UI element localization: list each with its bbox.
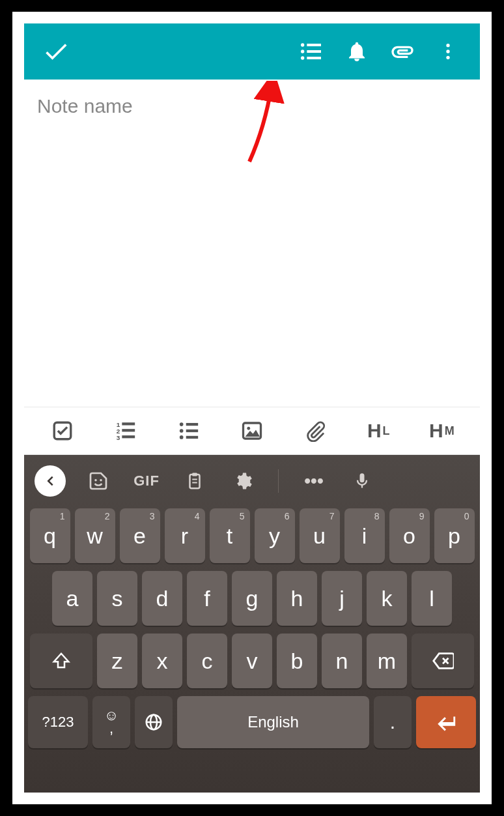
keyboard-more-button[interactable]: •••	[298, 465, 329, 497]
note-body-input[interactable]	[37, 146, 467, 394]
heading-large-h: H	[367, 420, 382, 442]
keyboard-row-4: ?123 ☺ , English .	[28, 696, 476, 748]
keyboard-top-row: GIF •••	[28, 460, 476, 502]
svg-point-24	[94, 479, 96, 481]
svg-rect-26	[190, 474, 200, 488]
key-f[interactable]: f	[187, 571, 227, 626]
key-g[interactable]: g	[232, 571, 272, 626]
key-h[interactable]: h	[277, 571, 317, 626]
attachment-icon	[389, 38, 415, 65]
svg-rect-3	[307, 50, 321, 53]
svg-rect-15	[122, 435, 135, 438]
heading-medium-button[interactable]: H M	[422, 411, 461, 450]
svg-point-2	[301, 50, 304, 53]
checkbox-button[interactable]	[43, 411, 82, 450]
attach-button[interactable]	[380, 29, 425, 74]
note-title-input[interactable]	[37, 95, 467, 117]
backspace-key[interactable]	[412, 634, 474, 688]
svg-point-0	[301, 43, 304, 46]
key-u[interactable]: u7	[300, 508, 340, 563]
key-l[interactable]: l	[412, 571, 452, 626]
key-s[interactable]: s	[97, 571, 137, 626]
svg-point-7	[446, 50, 449, 53]
image-icon	[240, 419, 264, 443]
clipboard-button[interactable]	[179, 465, 210, 497]
svg-rect-13	[122, 422, 135, 425]
clipboard-icon	[185, 471, 204, 491]
reminder-button[interactable]	[334, 29, 380, 74]
globe-icon	[144, 712, 163, 732]
language-key[interactable]	[135, 696, 173, 748]
svg-point-25	[100, 479, 102, 481]
heading-medium-h: H	[429, 420, 443, 442]
heading-medium-sub: M	[445, 424, 455, 438]
space-key[interactable]: English	[177, 696, 369, 748]
heading-large-sub: L	[383, 424, 390, 438]
key-v[interactable]: v	[232, 634, 272, 688]
key-p[interactable]: p0	[434, 508, 475, 563]
bell-icon	[345, 40, 369, 63]
svg-rect-14	[122, 429, 135, 431]
soft-keyboard: GIF ••• q1w2e3r4t5y6u7i8o9p0 asdfghjkl z…	[24, 455, 480, 793]
emoji-key[interactable]: ☺ ,	[92, 696, 130, 748]
key-z[interactable]: z	[97, 634, 137, 688]
key-n[interactable]: n	[322, 634, 362, 688]
voice-input-button[interactable]	[346, 465, 378, 497]
ordered-list-button[interactable]: 123	[106, 411, 145, 450]
svg-rect-21	[186, 436, 198, 439]
key-r[interactable]: r4	[165, 508, 205, 563]
comma-label: ,	[109, 721, 113, 736]
sticker-button[interactable]	[83, 465, 114, 497]
list-button[interactable]	[288, 29, 334, 74]
key-m[interactable]: m	[367, 634, 407, 688]
keyboard-row-3: zxcvbnm	[28, 634, 476, 688]
bullet-list-button[interactable]	[169, 411, 208, 450]
key-i[interactable]: i8	[344, 508, 385, 563]
key-x[interactable]: x	[142, 634, 182, 688]
svg-rect-17	[186, 423, 198, 426]
heading-large-button[interactable]: H L	[359, 411, 398, 450]
key-e[interactable]: e3	[120, 508, 160, 563]
svg-rect-5	[307, 57, 321, 59]
keyboard-divider	[278, 469, 279, 493]
key-w[interactable]: w2	[75, 508, 115, 563]
keyboard-row-2: asdfghjkl	[28, 571, 476, 626]
key-b[interactable]: b	[277, 634, 317, 688]
attachment-button[interactable]	[296, 411, 335, 450]
ordered-list-icon: 123	[115, 420, 137, 442]
svg-rect-27	[192, 473, 197, 476]
key-d[interactable]: d	[142, 571, 182, 626]
gear-icon	[233, 471, 253, 491]
key-q[interactable]: q1	[30, 508, 70, 563]
keyboard-collapse-button[interactable]	[35, 465, 66, 497]
gif-button[interactable]: GIF	[131, 465, 162, 497]
period-key[interactable]: .	[374, 696, 412, 748]
svg-point-18	[180, 429, 184, 433]
key-y[interactable]: y6	[255, 508, 295, 563]
keyboard-settings-button[interactable]	[227, 465, 259, 497]
image-button[interactable]	[232, 411, 272, 450]
key-o[interactable]: o9	[389, 508, 430, 563]
key-a[interactable]: a	[52, 571, 92, 626]
list-icon	[298, 38, 324, 65]
done-button[interactable]	[33, 29, 79, 74]
key-j[interactable]: j	[322, 571, 362, 626]
key-c[interactable]: c	[187, 634, 227, 688]
key-t[interactable]: t5	[210, 508, 250, 563]
keyboard-row-1: q1w2e3r4t5y6u7i8o9p0	[28, 508, 476, 563]
bullet-list-icon	[178, 420, 200, 442]
backspace-icon	[432, 650, 454, 672]
more-vert-icon	[438, 41, 458, 62]
svg-point-20	[180, 435, 184, 439]
shift-key[interactable]	[30, 634, 92, 688]
shift-icon	[51, 651, 71, 671]
key-k[interactable]: k	[367, 571, 407, 626]
enter-icon	[435, 711, 457, 733]
enter-key[interactable]	[416, 696, 476, 748]
svg-text:3: 3	[117, 434, 120, 441]
svg-point-23	[247, 427, 250, 430]
format-toolbar: 123 H L H M	[24, 407, 480, 455]
sticker-icon	[88, 471, 109, 491]
overflow-button[interactable]	[425, 29, 471, 74]
symbols-key[interactable]: ?123	[28, 696, 88, 748]
